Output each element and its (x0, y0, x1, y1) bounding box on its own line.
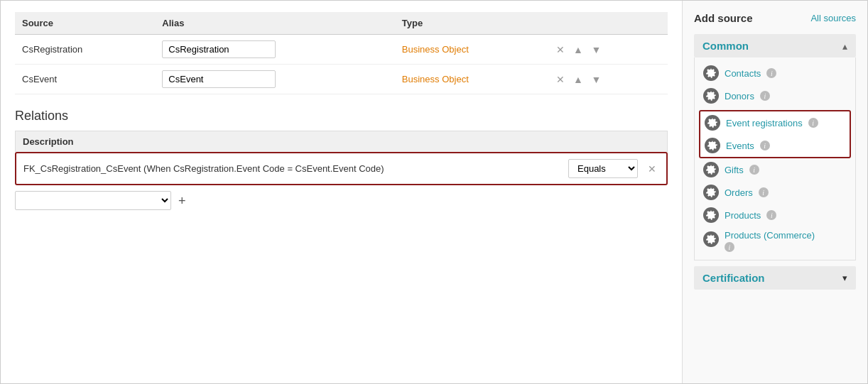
source-item-products[interactable]: Products i (695, 204, 855, 226)
source-item-contacts-label: Contacts (725, 68, 761, 79)
products-commerce-info-icon: i (725, 242, 734, 252)
right-panel-header: Add source All sources (694, 12, 856, 24)
products-commerce-gear-icon (703, 231, 719, 247)
source-item-products-commerce[interactable]: Products (Commerce) i (695, 226, 855, 256)
source-item-event-registrations[interactable]: Event registrations i (700, 111, 850, 134)
type-column-header: Type (395, 12, 547, 35)
orders-info-icon: i (759, 187, 769, 197)
remove-row-2-button[interactable] (553, 72, 568, 87)
orders-gear-icon (703, 185, 719, 200)
alias-cell-2 (155, 65, 394, 94)
add-relation-button[interactable]: + (178, 194, 186, 207)
donors-info-icon: i (760, 91, 770, 101)
source-item-gifts[interactable]: Gifts i (695, 158, 855, 181)
common-section-title: Common (702, 40, 749, 52)
left-panel: Source Alias Type CsRegistration Busines… (1, 1, 683, 383)
remove-relation-button[interactable] (645, 162, 659, 176)
common-chevron-up-icon (842, 40, 847, 52)
source-item-orders-label: Orders (725, 187, 753, 198)
common-section-header[interactable]: Common (694, 34, 856, 57)
sources-table: Source Alias Type CsRegistration Busines… (15, 12, 668, 94)
source-item-gifts-label: Gifts (725, 165, 744, 175)
event-registrations-gear-icon (705, 115, 720, 131)
events-gear-icon (705, 138, 720, 153)
relation-type-select[interactable]: Equals NotEquals Contains (568, 159, 638, 178)
source-item-events[interactable]: Events i (700, 134, 850, 157)
table-row: CsRegistration Business Object (15, 35, 668, 65)
products-info-icon: i (766, 210, 776, 220)
event-registrations-info-icon: i (808, 118, 818, 128)
certification-section-header[interactable]: Certification (694, 266, 856, 290)
contacts-info-icon: i (766, 68, 776, 78)
type-label-2: Business Object (402, 74, 469, 84)
right-panel: Add source All sources Common Contacts i (683, 1, 867, 383)
gifts-info-icon: i (749, 165, 759, 175)
type-label-1: Business Object (402, 44, 469, 55)
alias-input-2[interactable] (162, 70, 276, 88)
source-item-contacts[interactable]: Contacts i (695, 62, 855, 84)
certification-section-title: Certification (702, 272, 765, 284)
type-cell-1: Business Object (395, 35, 547, 65)
products-gear-icon (703, 207, 719, 223)
source-item-products-commerce-label: Products (Commerce) (725, 230, 815, 241)
donors-gear-icon (703, 88, 719, 104)
source-column-header: Source (15, 12, 155, 35)
row-actions-2 (546, 65, 668, 94)
description-header: Description (15, 131, 668, 152)
source-item-products-label: Products (725, 210, 761, 221)
move-up-row-1-button[interactable] (570, 43, 586, 57)
alias-cell-1 (155, 35, 394, 65)
relations-title: Relations (15, 109, 668, 124)
type-cell-2: Business Object (395, 65, 547, 94)
add-relation-row: + (15, 191, 668, 210)
add-source-title: Add source (694, 12, 753, 24)
alias-column-header: Alias (155, 12, 394, 35)
source-item-event-registrations-label: Event registrations (726, 118, 803, 128)
source-item-events-label: Events (726, 141, 754, 151)
source-name-2: CsEvent (15, 65, 155, 94)
source-item-orders[interactable]: Orders i (695, 181, 855, 204)
add-relation-select[interactable] (15, 191, 171, 210)
alias-input-1[interactable] (162, 40, 276, 58)
common-section-items: Contacts i Donors i Event registrations … (694, 57, 856, 260)
move-down-row-1-button[interactable] (589, 43, 604, 57)
relations-section: Relations Description FK_CsRegistration_… (15, 109, 668, 210)
gifts-gear-icon (703, 162, 719, 177)
remove-row-1-button[interactable] (553, 43, 568, 57)
certification-chevron-down-icon (842, 273, 847, 283)
events-info-icon: i (760, 141, 770, 150)
table-row: CsEvent Business Object (15, 65, 668, 94)
all-sources-link[interactable]: All sources (810, 13, 856, 23)
row-actions-1 (546, 35, 668, 65)
move-up-row-2-button[interactable] (570, 72, 586, 87)
source-name-1: CsRegistration (15, 35, 155, 65)
source-item-donors-label: Donors (725, 91, 754, 102)
contacts-gear-icon (703, 65, 719, 81)
relation-description-text: FK_CsRegistration_CsEvent (When CsRegist… (23, 163, 561, 174)
move-down-row-2-button[interactable] (589, 72, 604, 87)
relation-row: FK_CsRegistration_CsEvent (When CsRegist… (15, 152, 668, 185)
source-item-donors[interactable]: Donors i (695, 84, 855, 107)
